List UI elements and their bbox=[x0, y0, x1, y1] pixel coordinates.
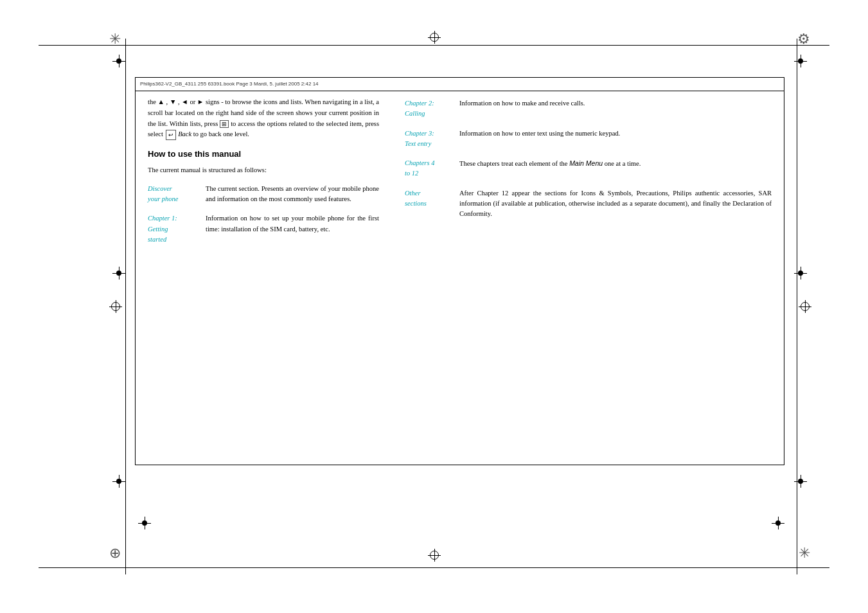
term-chapter1: Chapter 1:Gettingstarted bbox=[148, 211, 206, 247]
center-left-mark bbox=[109, 300, 122, 313]
deco-icon-topright: ⚙ bbox=[797, 31, 810, 48]
reg-mark-bottomleft bbox=[112, 475, 125, 488]
gap-row bbox=[148, 206, 379, 211]
term-discover: Discoveryour phone bbox=[148, 182, 206, 207]
hline-top bbox=[39, 45, 829, 46]
term-chapter2: Chapter 2:Calling bbox=[405, 96, 459, 121]
gap-row bbox=[405, 151, 772, 156]
right-term-table: Chapter 2:Calling Information on how to … bbox=[405, 96, 772, 221]
reg-mark-bottomright bbox=[794, 475, 807, 488]
back-label: Back bbox=[178, 130, 191, 138]
arrow-right: ► bbox=[197, 98, 204, 105]
gap-row bbox=[405, 181, 772, 186]
center-top-mark bbox=[428, 31, 441, 44]
arrow-down: ▼ bbox=[170, 98, 176, 105]
left-term-table: Discoveryour phone The current section. … bbox=[148, 182, 379, 247]
bottom-crosshair-right bbox=[772, 517, 784, 529]
deco-icon-bottomright: ✳ bbox=[799, 545, 810, 562]
right-column: Chapter 2:Calling Information on how to … bbox=[405, 96, 772, 221]
desc-chapter3: Information on how to enter text using t… bbox=[459, 127, 772, 152]
arrow-up: ▲ bbox=[158, 98, 164, 105]
back-button-icon: ↩ bbox=[166, 130, 176, 140]
left-column: the ▲ , ▼ , ◄ or ► signs - to browse the… bbox=[148, 96, 379, 247]
arrow-left: ◄ bbox=[181, 98, 188, 105]
hline-bottom bbox=[39, 567, 829, 568]
page-border-right bbox=[784, 77, 784, 465]
desc-chapters4to12: These chapters treat each element of the… bbox=[459, 156, 772, 181]
header-text: Philips362-V2_GB_4311 255 63391.book Pag… bbox=[140, 81, 319, 87]
page-border-left bbox=[135, 77, 136, 465]
desc-chapter1: Information on how to set up your mobile… bbox=[206, 211, 379, 247]
term-other: Othersections bbox=[405, 186, 459, 222]
desc-chapter2: Information on how to make and receive c… bbox=[459, 96, 772, 121]
desc-discover: The current section. Presents an overvie… bbox=[206, 182, 379, 207]
options-icon: ⊞ bbox=[220, 120, 229, 128]
table-row: Chapter 3:Text entry Information on how … bbox=[405, 127, 772, 152]
table-row: Othersections After Chapter 12 appear th… bbox=[405, 186, 772, 222]
table-row: Discoveryour phone The current section. … bbox=[148, 182, 379, 207]
page-border-bottom bbox=[135, 465, 784, 465]
vline-right bbox=[797, 39, 797, 574]
reg-mark-midright bbox=[794, 267, 807, 280]
structured-intro: The current manual is structured as foll… bbox=[148, 165, 379, 175]
content-area: the ▲ , ▼ , ◄ or ► signs - to browse the… bbox=[148, 96, 772, 452]
vline-left bbox=[125, 39, 126, 574]
center-right-mark bbox=[799, 300, 811, 313]
deco-icon-topleft: ✳ bbox=[109, 31, 121, 48]
deco-icon-bottomleft: ⊕ bbox=[109, 545, 121, 562]
header-bar: Philips362-V2_GB_4311 255 63391.book Pag… bbox=[135, 77, 784, 91]
table-row: Chapter 1:Gettingstarted Information on … bbox=[148, 211, 379, 247]
reg-mark-topleft bbox=[112, 55, 125, 67]
reg-mark-topright bbox=[794, 55, 807, 67]
table-row: Chapters 4to 12 These chapters treat eac… bbox=[405, 156, 772, 181]
intro-paragraph: the ▲ , ▼ , ◄ or ► signs - to browse the… bbox=[148, 96, 379, 140]
center-bottom-mark bbox=[428, 549, 441, 562]
section-title: How to use this manual bbox=[148, 149, 379, 159]
term-chapters4to12: Chapters 4to 12 bbox=[405, 156, 459, 181]
reg-mark-midleft bbox=[112, 267, 125, 280]
page-container: ✳ ⚙ ⊕ ✳ bbox=[0, 0, 868, 613]
table-row: Chapter 2:Calling Information on how to … bbox=[405, 96, 772, 121]
desc-other: After Chapter 12 appear the sections for… bbox=[459, 186, 772, 222]
gap-row bbox=[405, 121, 772, 127]
bottom-crosshair-left bbox=[138, 517, 151, 529]
term-chapter3: Chapter 3:Text entry bbox=[405, 127, 459, 152]
